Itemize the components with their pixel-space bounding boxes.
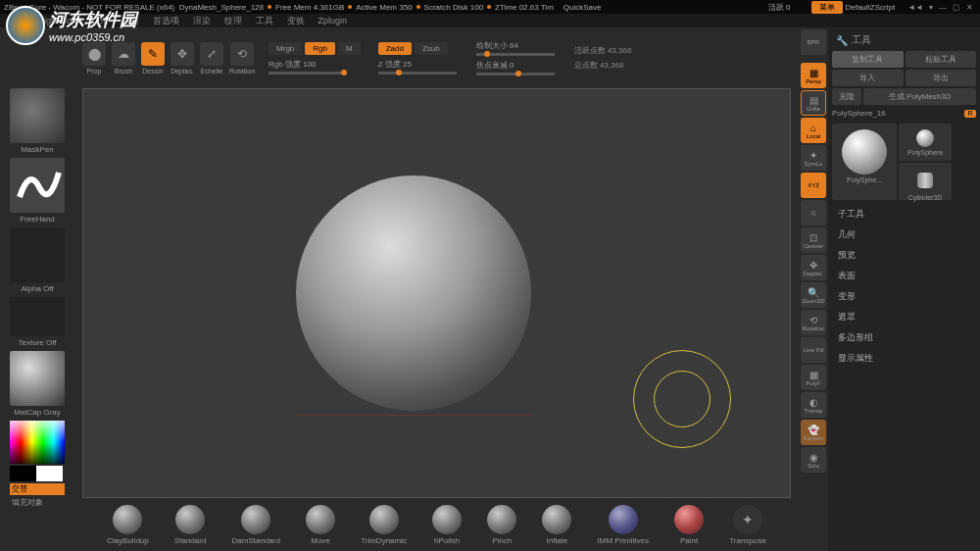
brush-hpolish[interactable]: hPolish: [432, 505, 462, 545]
alpha-thumb[interactable]: [10, 227, 65, 282]
viewport[interactable]: [82, 88, 791, 498]
menu-prefs[interactable]: 首选项: [153, 15, 179, 27]
section-geometry[interactable]: 几何: [832, 225, 976, 245]
tool-prop[interactable]: ⬤Prop: [82, 42, 106, 75]
transp-button[interactable]: ◐Transp: [801, 392, 826, 418]
rgb-button[interactable]: Rgb: [305, 42, 335, 55]
symlo-button[interactable]: ✦SymLo: [801, 145, 826, 171]
section-subtool[interactable]: 子工具: [832, 204, 976, 225]
grille-button[interactable]: ▤Grille: [801, 90, 826, 116]
m-button[interactable]: M: [338, 42, 361, 55]
prev-icon[interactable]: ◄◄: [907, 3, 923, 12]
section-mask[interactable]: 遮罩: [832, 307, 976, 327]
clone-button[interactable]: 克隆: [832, 88, 861, 105]
watermark: 河东软件园 www.pc0359.cn: [6, 6, 137, 45]
section-surface[interactable]: 表面: [832, 266, 976, 286]
centrer-button[interactable]: ⊡Centrer: [801, 227, 826, 253]
focal-slider[interactable]: [476, 73, 555, 75]
ztime: ZTime 02.63 Tim: [495, 3, 554, 12]
quicksave-button[interactable]: QuickSave: [564, 3, 602, 12]
tool-polysphere-main[interactable]: PolySphe...: [832, 124, 897, 200]
paste-tool-button[interactable]: 粘贴工具: [906, 51, 977, 68]
polymesh3d-button[interactable]: 生成 PolyMesh3D: [863, 88, 976, 105]
copy-tool-button[interactable]: 复制工具: [832, 51, 904, 68]
matcap-label: MatCap Gray: [2, 408, 73, 417]
zsub-button[interactable]: Zsub: [415, 42, 448, 55]
rotation-button[interactable]: ⟲Rotation: [801, 310, 826, 335]
polyf-button[interactable]: ▦PolyF: [801, 365, 826, 390]
tool-polysphere-small[interactable]: PolySphere: [899, 124, 952, 161]
maximize-icon[interactable]: ▢: [953, 3, 960, 12]
menu-tools[interactable]: 工具: [256, 15, 273, 27]
tool-brush[interactable]: ☁Brush: [112, 42, 135, 75]
brush-trimdynamic[interactable]: TrimDynamic: [361, 505, 407, 545]
export-button[interactable]: 导出: [906, 70, 977, 86]
deplas-button[interactable]: ✥Deplas.: [801, 255, 826, 280]
rgb-slider[interactable]: [269, 72, 347, 75]
drawsize-slider[interactable]: [476, 53, 555, 56]
brush-standard[interactable]: Standard: [174, 505, 206, 545]
menu-texture[interactable]: 纹理: [224, 15, 242, 27]
minimize-icon[interactable]: —: [939, 3, 947, 12]
brush-transpose[interactable]: ✦Transpose: [729, 505, 766, 545]
tool-deplas[interactable]: ✥Deplas.: [171, 42, 194, 75]
brush-imm[interactable]: IMM Primitives: [598, 505, 649, 545]
section-deform[interactable]: 变形: [832, 286, 976, 307]
freemem: Free Mem 4.361GB: [275, 3, 344, 12]
tool-echelle[interactable]: ⤢Echelle: [200, 42, 223, 75]
close-icon[interactable]: ✕: [966, 3, 973, 12]
freehand-thumb[interactable]: [10, 158, 65, 213]
brush-pinch[interactable]: Pinch: [487, 505, 516, 545]
bpr-button[interactable]: BPR: [801, 29, 826, 55]
zadd-button[interactable]: Zadd: [378, 42, 412, 55]
brush-move[interactable]: Move: [306, 505, 335, 545]
linefill-button[interactable]: Line Fill: [801, 337, 826, 363]
zscript[interactable]: DefaultZScript: [845, 3, 895, 12]
fantom-button[interactable]: 👻Fantom: [801, 420, 826, 445]
tool-dessin[interactable]: ✎Dessin: [141, 42, 165, 75]
section-preview[interactable]: 预览: [832, 245, 976, 266]
section-polygroup[interactable]: 多边形组: [832, 327, 976, 348]
section-display[interactable]: 显示属性: [832, 348, 976, 369]
menu-button[interactable]: 菜单: [811, 1, 843, 14]
local-button[interactable]: ⌂Local: [801, 118, 826, 143]
xyz-button[interactable]: XYZ: [801, 173, 826, 198]
brush-damstandard[interactable]: DamStandard: [232, 505, 280, 545]
texture-thumb[interactable]: [10, 297, 65, 336]
mrgb-button[interactable]: Mrgb: [269, 42, 302, 55]
tool-rotation[interactable]: ⟲Rotation: [229, 42, 255, 75]
rgb-intensity-label: Rgb 强度 100: [269, 59, 361, 70]
q-button[interactable]: Q: [801, 200, 826, 225]
matcap-thumb[interactable]: [10, 351, 65, 406]
swatch-white[interactable]: [36, 466, 63, 481]
menu-transform[interactable]: 变换: [287, 15, 305, 27]
z-slider[interactable]: [378, 72, 457, 75]
brush-claybuildup[interactable]: ClayBuildup: [107, 505, 149, 545]
brush-paint[interactable]: Paint: [674, 505, 704, 545]
import-button[interactable]: 导入: [832, 70, 904, 86]
persp-button[interactable]: ▦Persp: [801, 63, 826, 88]
swatch-black[interactable]: [10, 466, 36, 481]
menu-render[interactable]: 渲染: [193, 15, 211, 27]
solo-button[interactable]: ◉Solo: [801, 447, 826, 473]
panel-title: 工具: [852, 33, 871, 47]
menubar: 首页 Light Box 灯光 材质 首选项 渲染 纹理 工具 变换 Zplug…: [0, 14, 980, 27]
maskpen-thumb[interactable]: [10, 88, 65, 143]
focal-label: 焦点衰减 0: [476, 60, 555, 71]
zoom3d-button[interactable]: 🔍Zoom3D: [801, 282, 826, 308]
active-count: 活跃 0: [768, 2, 791, 13]
menu-zplugin[interactable]: Zplugin: [318, 16, 348, 25]
dropdown-icon[interactable]: ▾: [929, 3, 933, 12]
panel-sections: 子工具 几何 预览 表面 变形 遮罩 多边形组 显示属性: [832, 204, 976, 369]
color-picker[interactable]: [10, 421, 65, 464]
jiaocha-button[interactable]: 交替: [10, 483, 65, 495]
brush-inflate[interactable]: Inflate: [542, 505, 571, 545]
r-badge[interactable]: R: [964, 110, 976, 118]
sphere-object[interactable]: [296, 175, 531, 411]
titlebar: ZBrushCore - Wacom - NOT FOR RESALE (x64…: [0, 0, 980, 14]
tool-cylinder3d[interactable]: Cylinder3D: [899, 163, 952, 200]
dot-icon: [487, 5, 491, 9]
drawsize-label: 绘制大小 64: [476, 40, 555, 51]
fill-button[interactable]: 填充对象: [12, 497, 63, 508]
dot-icon: [268, 5, 271, 9]
